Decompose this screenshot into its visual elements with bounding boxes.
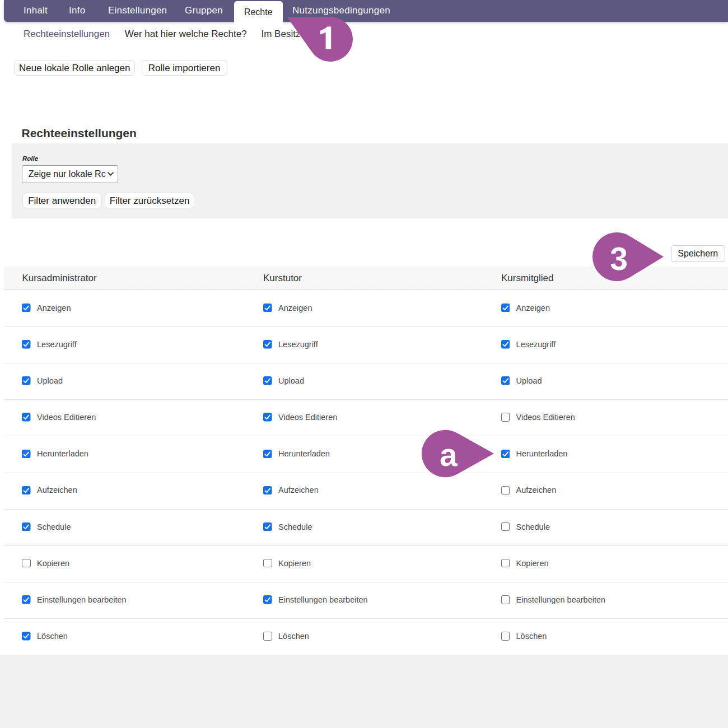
svg-text:a: a [440, 437, 458, 473]
